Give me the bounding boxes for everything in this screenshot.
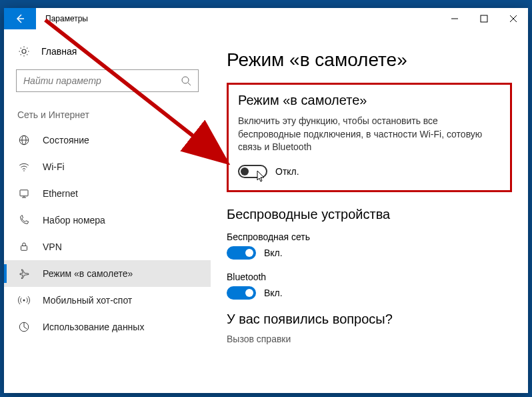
window-title: Параметры — [36, 8, 88, 29]
titlebar: Параметры — [4, 8, 528, 29]
svg-rect-11 — [20, 190, 28, 196]
wifi-icon — [17, 161, 31, 173]
sidebar-item-label: VPN — [43, 242, 62, 252]
minimize-icon — [451, 15, 459, 23]
content-area: Режим «в самолете» Режим «в самолете» Вк… — [211, 29, 528, 393]
airplane-mode-section: Режим «в самолете» Включить эту функцию,… — [227, 83, 512, 192]
airplane-state-label: Откл. — [275, 166, 299, 177]
ethernet-icon — [17, 187, 31, 200]
sidebar-home-label: Главная — [41, 46, 77, 57]
wifi-state-label: Вкл. — [264, 248, 283, 258]
bluetooth-label: Bluetooth — [227, 272, 512, 282]
sidebar-item-datausage[interactable]: Использование данных — [4, 314, 211, 340]
wifi-block: Беспроводная сеть Вкл. — [227, 232, 512, 260]
svg-rect-2 — [481, 15, 487, 22]
page-title: Режим «в самолете» — [227, 49, 512, 71]
airplane-icon — [17, 268, 31, 280]
wifi-toggle[interactable] — [227, 246, 256, 260]
sidebar-item-hotspot[interactable]: Мобильный хот-спот — [4, 287, 211, 314]
back-button[interactable] — [4, 8, 36, 29]
help-link[interactable]: Вызов справки — [227, 334, 512, 344]
search-icon — [181, 75, 191, 86]
maximize-button[interactable] — [469, 8, 499, 29]
help-heading: У вас появились вопросы? — [227, 312, 512, 327]
sidebar: Главная Найти параметр Сеть и Интернет С… — [4, 29, 211, 393]
gear-icon — [17, 45, 31, 57]
vpn-icon — [17, 241, 31, 253]
maximize-icon — [480, 15, 488, 23]
datausage-icon — [17, 321, 31, 333]
bluetooth-toggle[interactable] — [227, 286, 256, 300]
hotspot-icon — [17, 294, 31, 306]
sidebar-item-ethernet[interactable]: Ethernet — [4, 180, 211, 207]
dialup-icon — [17, 214, 31, 226]
sidebar-item-status[interactable]: Состояние — [4, 127, 211, 153]
sidebar-item-vpn[interactable]: VPN — [4, 234, 211, 260]
sidebar-item-label: Набор номера — [43, 215, 105, 226]
search-placeholder: Найти параметр — [23, 75, 101, 86]
wireless-heading: Беспроводные устройства — [227, 207, 512, 222]
airplane-description: Включить эту функцию, чтобы остановить в… — [238, 115, 501, 154]
sidebar-item-label: Использование данных — [43, 322, 144, 332]
minimize-button[interactable] — [440, 8, 469, 29]
sidebar-item-label: Ethernet — [43, 188, 78, 199]
wifi-label: Беспроводная сеть — [227, 232, 512, 242]
airplane-heading: Режим «в самолете» — [238, 93, 501, 108]
sidebar-item-label: Wi-Fi — [43, 161, 65, 172]
close-icon — [509, 15, 517, 23]
sidebar-item-label: Мобильный хот-спот — [43, 295, 132, 306]
arrow-left-icon — [15, 13, 25, 24]
sidebar-item-airplane[interactable]: Режим «в самолете» — [4, 260, 211, 287]
sidebar-item-label: Режим «в самолете» — [43, 268, 133, 279]
svg-point-5 — [182, 77, 189, 83]
sidebar-home[interactable]: Главная — [4, 39, 211, 64]
airplane-toggle[interactable] — [238, 165, 267, 178]
search-input[interactable]: Найти параметр — [16, 69, 199, 92]
sidebar-item-label: Состояние — [43, 135, 89, 145]
svg-point-15 — [23, 300, 25, 302]
sidebar-item-dialup[interactable]: Набор номера — [4, 207, 211, 234]
svg-rect-14 — [21, 246, 27, 251]
bluetooth-block: Bluetooth Вкл. — [227, 272, 512, 300]
svg-point-10 — [23, 170, 25, 171]
sidebar-item-wifi[interactable]: Wi-Fi — [4, 153, 211, 180]
bluetooth-state-label: Вкл. — [264, 288, 283, 298]
close-button[interactable] — [499, 8, 528, 29]
globe-icon — [17, 134, 31, 146]
svg-line-6 — [188, 83, 191, 85]
settings-window: Параметры Главная Найти параметр — [4, 8, 528, 393]
sidebar-section-label: Сеть и Интернет — [4, 105, 211, 127]
